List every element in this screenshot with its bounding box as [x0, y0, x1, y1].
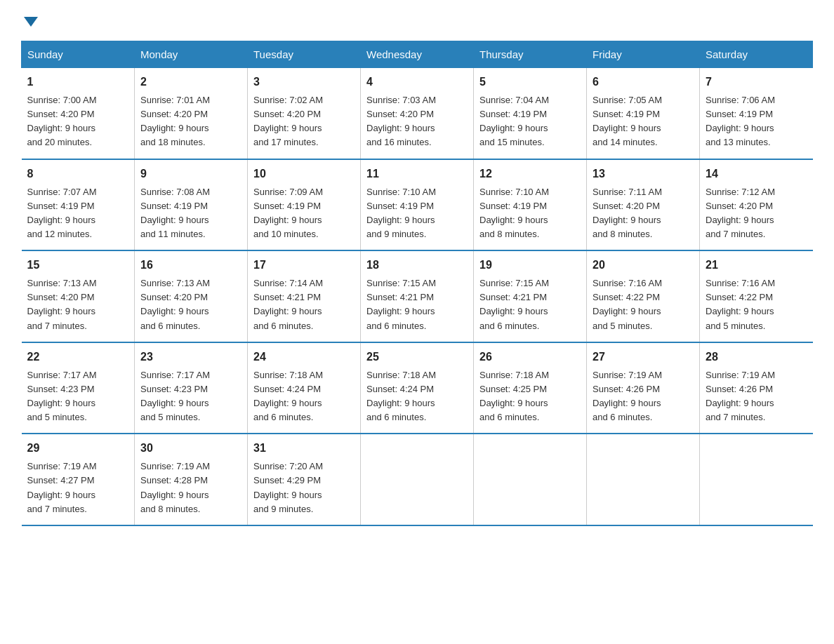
calendar-cell: 14Sunrise: 7:12 AMSunset: 4:20 PMDayligh…: [700, 159, 813, 251]
calendar-cell: 18Sunrise: 7:15 AMSunset: 4:21 PMDayligh…: [361, 250, 474, 342]
calendar-cell: 20Sunrise: 7:16 AMSunset: 4:22 PMDayligh…: [587, 250, 700, 342]
calendar-cell: 3Sunrise: 7:02 AMSunset: 4:20 PMDaylight…: [248, 68, 361, 159]
calendar-cell: 1Sunrise: 7:00 AMSunset: 4:20 PMDaylight…: [22, 68, 135, 159]
day-number: 14: [706, 166, 807, 182]
calendar-cell: 15Sunrise: 7:13 AMSunset: 4:20 PMDayligh…: [22, 250, 135, 342]
week-row-1: 1Sunrise: 7:00 AMSunset: 4:20 PMDaylight…: [22, 68, 813, 159]
day-number: 13: [593, 166, 694, 182]
day-info: Sunrise: 7:19 AMSunset: 4:27 PMDaylight:…: [27, 459, 129, 516]
day-number: 15: [27, 257, 129, 274]
day-info: Sunrise: 7:12 AMSunset: 4:20 PMDaylight:…: [706, 185, 807, 242]
day-number: 21: [706, 257, 807, 274]
calendar-cell: 29Sunrise: 7:19 AMSunset: 4:27 PMDayligh…: [22, 434, 135, 525]
day-info: Sunrise: 7:13 AMSunset: 4:20 PMDaylight:…: [140, 276, 241, 333]
day-number: 9: [140, 166, 241, 182]
page-header: [21, 14, 813, 27]
day-number: 19: [479, 257, 581, 274]
header-sunday: Sunday: [22, 41, 135, 68]
day-info: Sunrise: 7:03 AMSunset: 4:20 PMDaylight:…: [366, 93, 468, 150]
day-info: Sunrise: 7:14 AMSunset: 4:21 PMDaylight:…: [253, 276, 355, 333]
calendar-cell: [361, 434, 474, 525]
day-info: Sunrise: 7:19 AMSunset: 4:26 PMDaylight:…: [593, 368, 694, 425]
day-number: 1: [27, 74, 129, 90]
calendar-cell: 23Sunrise: 7:17 AMSunset: 4:23 PMDayligh…: [135, 342, 248, 434]
calendar-cell: 25Sunrise: 7:18 AMSunset: 4:24 PMDayligh…: [361, 342, 474, 434]
day-info: Sunrise: 7:09 AMSunset: 4:19 PMDaylight:…: [253, 185, 355, 242]
calendar-cell: 7Sunrise: 7:06 AMSunset: 4:19 PMDaylight…: [700, 68, 813, 159]
day-number: 30: [140, 440, 241, 457]
day-info: Sunrise: 7:16 AMSunset: 4:22 PMDaylight:…: [706, 276, 807, 333]
calendar-cell: 28Sunrise: 7:19 AMSunset: 4:26 PMDayligh…: [700, 342, 813, 434]
calendar-cell: 2Sunrise: 7:01 AMSunset: 4:20 PMDaylight…: [135, 68, 248, 159]
day-number: 10: [253, 166, 355, 182]
day-number: 22: [27, 349, 129, 365]
week-row-5: 29Sunrise: 7:19 AMSunset: 4:27 PMDayligh…: [22, 434, 813, 525]
day-number: 16: [140, 257, 241, 274]
day-info: Sunrise: 7:00 AMSunset: 4:20 PMDaylight:…: [27, 93, 129, 150]
calendar-cell: 6Sunrise: 7:05 AMSunset: 4:19 PMDaylight…: [587, 68, 700, 159]
day-number: 7: [706, 74, 807, 90]
calendar-table: SundayMondayTuesdayWednesdayThursdayFrid…: [21, 41, 813, 526]
header-thursday: Thursday: [474, 41, 587, 68]
calendar-cell: 17Sunrise: 7:14 AMSunset: 4:21 PMDayligh…: [248, 250, 361, 342]
day-number: 11: [366, 166, 468, 182]
calendar-cell: 26Sunrise: 7:18 AMSunset: 4:25 PMDayligh…: [474, 342, 587, 434]
calendar-cell: 5Sunrise: 7:04 AMSunset: 4:19 PMDaylight…: [474, 68, 587, 159]
day-info: Sunrise: 7:08 AMSunset: 4:19 PMDaylight:…: [140, 185, 241, 242]
calendar-cell: 10Sunrise: 7:09 AMSunset: 4:19 PMDayligh…: [248, 159, 361, 251]
day-info: Sunrise: 7:18 AMSunset: 4:25 PMDaylight:…: [479, 368, 581, 425]
day-info: Sunrise: 7:15 AMSunset: 4:21 PMDaylight:…: [366, 276, 468, 333]
calendar-cell: 8Sunrise: 7:07 AMSunset: 4:19 PMDaylight…: [22, 159, 135, 251]
week-row-3: 15Sunrise: 7:13 AMSunset: 4:20 PMDayligh…: [22, 250, 813, 342]
day-number: 6: [593, 74, 694, 90]
day-info: Sunrise: 7:17 AMSunset: 4:23 PMDaylight:…: [27, 368, 129, 425]
day-info: Sunrise: 7:01 AMSunset: 4:20 PMDaylight:…: [140, 93, 241, 150]
calendar-cell: 13Sunrise: 7:11 AMSunset: 4:20 PMDayligh…: [587, 159, 700, 251]
day-info: Sunrise: 7:06 AMSunset: 4:19 PMDaylight:…: [706, 93, 807, 150]
day-number: 8: [27, 166, 129, 182]
day-number: 3: [253, 74, 355, 90]
day-info: Sunrise: 7:18 AMSunset: 4:24 PMDaylight:…: [366, 368, 468, 425]
day-info: Sunrise: 7:02 AMSunset: 4:20 PMDaylight:…: [253, 93, 355, 150]
day-number: 5: [479, 74, 581, 90]
week-row-2: 8Sunrise: 7:07 AMSunset: 4:19 PMDaylight…: [22, 159, 813, 251]
header-friday: Friday: [587, 41, 700, 68]
calendar-cell: 27Sunrise: 7:19 AMSunset: 4:26 PMDayligh…: [587, 342, 700, 434]
calendar-cell: 22Sunrise: 7:17 AMSunset: 4:23 PMDayligh…: [22, 342, 135, 434]
day-number: 23: [140, 349, 241, 365]
calendar-cell: [700, 434, 813, 525]
calendar-cell: 31Sunrise: 7:20 AMSunset: 4:29 PMDayligh…: [248, 434, 361, 525]
calendar-cell: [474, 434, 587, 525]
weekday-header-row: SundayMondayTuesdayWednesdayThursdayFrid…: [22, 41, 813, 68]
day-info: Sunrise: 7:16 AMSunset: 4:22 PMDaylight:…: [593, 276, 694, 333]
day-info: Sunrise: 7:10 AMSunset: 4:19 PMDaylight:…: [366, 185, 468, 242]
calendar-header: SundayMondayTuesdayWednesdayThursdayFrid…: [22, 41, 813, 68]
day-info: Sunrise: 7:07 AMSunset: 4:19 PMDaylight:…: [27, 185, 129, 242]
day-number: 12: [479, 166, 581, 182]
calendar-cell: 21Sunrise: 7:16 AMSunset: 4:22 PMDayligh…: [700, 250, 813, 342]
day-info: Sunrise: 7:15 AMSunset: 4:21 PMDaylight:…: [479, 276, 581, 333]
header-wednesday: Wednesday: [361, 41, 474, 68]
calendar-cell: 4Sunrise: 7:03 AMSunset: 4:20 PMDaylight…: [361, 68, 474, 159]
day-info: Sunrise: 7:19 AMSunset: 4:26 PMDaylight:…: [706, 368, 807, 425]
day-info: Sunrise: 7:17 AMSunset: 4:23 PMDaylight:…: [140, 368, 241, 425]
calendar-cell: 30Sunrise: 7:19 AMSunset: 4:28 PMDayligh…: [135, 434, 248, 525]
day-number: 31: [253, 440, 355, 457]
calendar-cell: 12Sunrise: 7:10 AMSunset: 4:19 PMDayligh…: [474, 159, 587, 251]
header-monday: Monday: [135, 41, 248, 68]
day-number: 28: [706, 349, 807, 365]
calendar-cell: 24Sunrise: 7:18 AMSunset: 4:24 PMDayligh…: [248, 342, 361, 434]
day-number: 17: [253, 257, 355, 274]
logo: [21, 14, 38, 27]
day-number: 26: [479, 349, 581, 365]
header-tuesday: Tuesday: [248, 41, 361, 68]
day-number: 2: [140, 74, 241, 90]
day-info: Sunrise: 7:11 AMSunset: 4:20 PMDaylight:…: [593, 185, 694, 242]
day-number: 20: [593, 257, 694, 274]
calendar-cell: 19Sunrise: 7:15 AMSunset: 4:21 PMDayligh…: [474, 250, 587, 342]
calendar-cell: 11Sunrise: 7:10 AMSunset: 4:19 PMDayligh…: [361, 159, 474, 251]
calendar-cell: 16Sunrise: 7:13 AMSunset: 4:20 PMDayligh…: [135, 250, 248, 342]
day-info: Sunrise: 7:19 AMSunset: 4:28 PMDaylight:…: [140, 459, 241, 516]
week-row-4: 22Sunrise: 7:17 AMSunset: 4:23 PMDayligh…: [22, 342, 813, 434]
day-number: 25: [366, 349, 468, 365]
